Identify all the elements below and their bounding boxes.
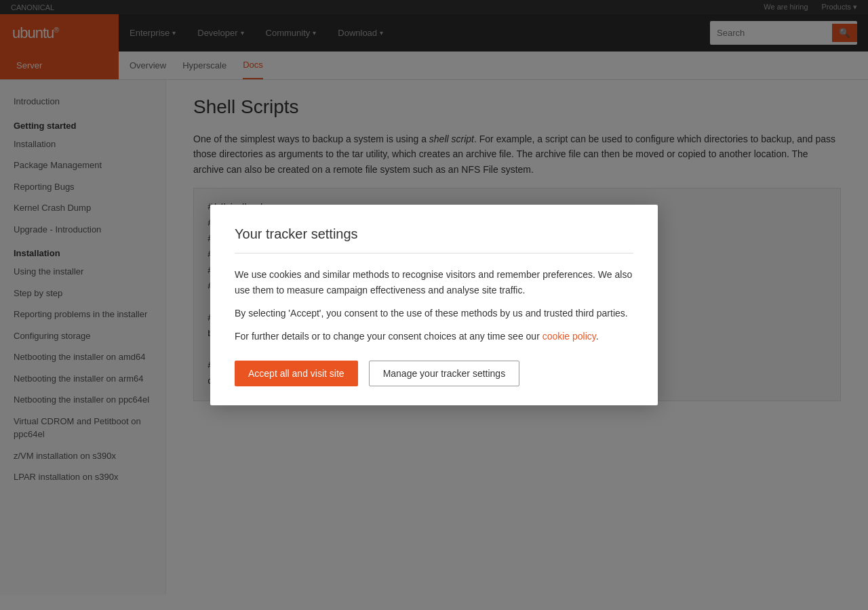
cookie-modal: Your tracker settings We use cookies and… <box>210 205 658 405</box>
modal-title: Your tracker settings <box>235 226 633 253</box>
manage-tracker-button[interactable]: Manage your tracker settings <box>369 361 520 386</box>
modal-paragraph-3: For further details or to change your co… <box>235 329 633 344</box>
modal-paragraph-2: By selecting 'Accept', you consent to th… <box>235 306 633 321</box>
cookie-policy-link[interactable]: cookie policy <box>542 331 596 342</box>
accept-all-button[interactable]: Accept all and visit site <box>235 361 358 386</box>
modal-paragraph-1: We use cookies and similar methods to re… <box>235 267 633 298</box>
modal-overlay: Your tracker settings We use cookies and… <box>0 0 868 595</box>
modal-buttons: Accept all and visit site Manage your tr… <box>235 361 633 386</box>
